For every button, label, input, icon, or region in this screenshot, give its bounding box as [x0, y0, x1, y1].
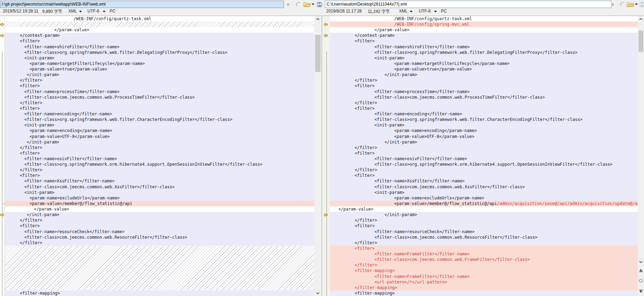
right-format-dropdown-icon[interactable]: [410, 11, 413, 13]
right-swap-button[interactable]: [618, 1, 627, 8]
code-line: </param-value>: [5, 206, 314, 212]
code-line: <filter-mapping>: [5, 290, 314, 296]
code-line: <filter-name>processTime</filter-name>: [330, 89, 638, 95]
diff-change-arrow-icon[interactable]: [323, 34, 328, 38]
triangle-down-icon: [639, 291, 642, 293]
right-encoding-dropdown-icon[interactable]: [434, 11, 437, 13]
right-path-dropdown-icon[interactable]: ∨: [609, 2, 616, 7]
code-line: </filter>: [5, 77, 314, 83]
diff-connector-corner: [2, 204, 5, 204]
scroll-down-button[interactable]: [314, 290, 321, 296]
code-line: <param-name>encoding</param-name>: [330, 128, 638, 134]
code-line: /WEB-INF/config/quartz-task.xml: [5, 16, 314, 22]
scroll-down-button[interactable]: [638, 259, 644, 265]
code-line: </param-value>: [330, 27, 638, 33]
code-line: <filter-class>com.jeecms.common.web.XssF…: [330, 184, 638, 190]
right-save-button[interactable]: [638, 1, 644, 8]
right-code-pane[interactable]: /WEB-INF/config/quartz-task.xml/WEB-INF/…: [330, 16, 638, 296]
left-file-path-input[interactable]: I:\git-project\jeecms\src\main\webapp\WE…: [0, 1, 284, 8]
left-save-button[interactable]: [315, 1, 324, 8]
code-line: <filter-name>FrameFilter</filter-name>: [330, 274, 638, 280]
code-line: <filter-class>com.jeecms.common.web.XssF…: [5, 184, 314, 190]
right-file-encoding[interactable]: UTF-8: [419, 9, 431, 14]
right-vertical-scrollbar[interactable]: [638, 16, 644, 296]
scroll-up-button[interactable]: [638, 16, 644, 22]
code-line: <filter>: [5, 150, 314, 156]
code-line: <param-name>targetFilterLifecycle</param…: [330, 61, 638, 67]
code-line: </filter>: [330, 77, 638, 83]
code-line: <filter-name>osivFilter</filter-name>: [5, 156, 314, 162]
code-line: <filter>: [5, 38, 314, 44]
goto-last-difference-button[interactable]: [638, 287, 644, 296]
current-difference-button[interactable]: [638, 276, 644, 285]
right-open-file-dropdown-icon[interactable]: [635, 3, 638, 5]
code-line: </init-param>: [5, 139, 314, 145]
code-line: <filter-class>org.springframework.web.fi…: [5, 117, 314, 123]
left-file-format[interactable]: XML: [68, 9, 77, 14]
code-line: <filter-name>osivFilter</filter-name>: [330, 156, 638, 162]
code-line: <param-value>true</param-value>: [5, 66, 314, 72]
code-line: <filter-mapping>: [330, 268, 638, 274]
code-line: <filter>: [330, 83, 638, 89]
code-line: <filter-class>com.jeecms.common.web.Fram…: [330, 257, 638, 263]
right-file-format[interactable]: XML: [399, 9, 408, 14]
right-file-eol-mode: PC: [441, 9, 447, 14]
save-floppy-icon: [639, 2, 644, 7]
code-line: <filter>: [330, 150, 638, 156]
code-line: <param-name>targetFilterLifecycle</param…: [5, 61, 314, 67]
code-line: <filter-class>com.jeecms.common.web.Proc…: [5, 94, 314, 100]
code-line: <filter-class>org.springframework.orm.hi…: [330, 162, 638, 167]
diff-connector-line: [327, 51, 327, 296]
circle-icon: [639, 279, 643, 282]
left-format-dropdown-icon[interactable]: [79, 11, 82, 13]
code-line: <filter>: [5, 106, 314, 112]
code-line: </filter>: [330, 100, 638, 106]
diff-change-arrow-icon[interactable]: [323, 23, 328, 26]
right-file-size: 11,242 字节: [368, 9, 390, 14]
code-line: <filter-class>org.springframework.orm.hi…: [5, 162, 314, 167]
scrollbar-thumb[interactable]: [315, 35, 321, 72]
code-line: <filter>: [330, 38, 638, 44]
scrollbar-thumb[interactable]: [638, 31, 643, 52]
left-open-file-button[interactable]: [303, 1, 312, 8]
code-line: <param-name>encoding</param-name>: [5, 128, 314, 134]
code-line: <init-param>: [5, 122, 314, 128]
code-line: </filter>: [5, 167, 314, 173]
scroll-up-button[interactable]: [314, 16, 321, 22]
diff-change-arrow-icon[interactable]: [0, 23, 5, 26]
code-line: </filter>: [330, 262, 638, 268]
code-line: </context-param>: [330, 33, 638, 39]
goto-first-difference-button[interactable]: [638, 266, 644, 275]
diff-change-arrow-icon[interactable]: [0, 34, 5, 38]
left-path-dropdown-icon[interactable]: ∨: [285, 2, 291, 7]
left-code-pane[interactable]: /WEB-INF/config/quartz-task.xml</param-v…: [5, 16, 314, 296]
code-line: </filter>: [5, 100, 314, 106]
code-line: <param-name>excludeUrls</param-name>: [5, 195, 314, 201]
right-file-path-input[interactable]: C:\Users\wudon\Desktop\26111044x77j.xml: [325, 1, 611, 8]
code-line: /WEB-INF/config/spring-mvc.xml: [330, 22, 638, 27]
code-line: </context-param>: [5, 33, 314, 39]
chevron-down-icon: [639, 261, 642, 263]
left-file-encoding[interactable]: UTF-8: [87, 9, 99, 14]
right-open-file-button[interactable]: [626, 1, 635, 8]
code-line: <filter>: [5, 83, 314, 89]
diff-change-arrow-icon[interactable]: [323, 213, 328, 217]
left-encoding-dropdown-icon[interactable]: [103, 11, 105, 13]
right-diff-gutter: [322, 16, 330, 296]
chevron-down-icon: [316, 293, 319, 294]
code-line: <filter-name>resourceCheck</filter-name>: [5, 229, 314, 235]
left-vertical-scrollbar[interactable]: [314, 16, 321, 296]
code-line: <filter-class>org.springframework.web.fi…: [330, 50, 638, 56]
code-line: </filter>: [330, 145, 638, 151]
code-line: </init-param>: [5, 72, 314, 78]
left-swap-button[interactable]: [294, 1, 303, 8]
code-line: <filter-class>org.springframework.web.fi…: [5, 50, 314, 56]
left-open-file-dropdown-icon[interactable]: [312, 3, 314, 5]
code-line: <filter>: [5, 223, 314, 229]
code-line: <filter-mapping>: [330, 290, 638, 296]
diff-change-arrow-icon[interactable]: [0, 213, 5, 217]
code-line: <filter-name>XssFilter</filter-name>: [5, 178, 314, 184]
chevron-up-icon: [639, 18, 642, 20]
code-line: </init-param>: [5, 212, 314, 218]
diff-connector-line: [2, 51, 2, 296]
